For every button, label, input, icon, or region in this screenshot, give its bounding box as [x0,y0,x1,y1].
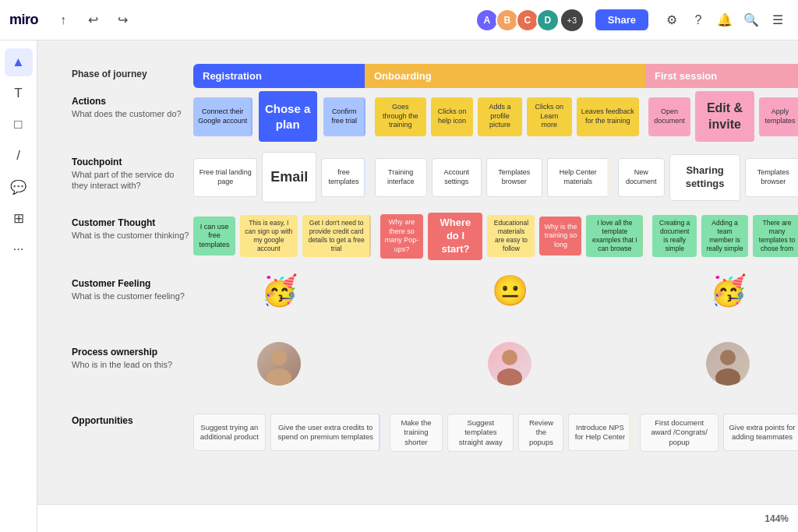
thought-simple-doc[interactable]: Creating a document is really simple [652,215,697,257]
opp-onb-2[interactable]: Suggest templates straight away [447,414,514,452]
journey-map: Phase of journey Registration Onboarding… [69,64,798,471]
action-adds-profile[interactable]: Adds a profile picture [478,97,522,136]
thought-where-start[interactable]: Where do I start? [428,213,482,260]
opp-fs-2[interactable]: Give extra points for adding teammates [723,414,798,451]
text-tool[interactable]: T [5,79,33,107]
opportunities-cells: Suggest trying an additional product Giv… [193,410,798,452]
thought-add-member[interactable]: Adding a team member is really simple [701,215,748,257]
phase-registration: Registration [193,64,365,88]
help-icon[interactable]: ? [687,9,709,31]
svg-point-2 [502,350,517,365]
thought-edu-materials[interactable]: Educational materials are easy to follow [487,215,535,257]
touch-sharing-settings[interactable]: Sharing settings [669,154,741,201]
phase-first-session: First session [645,64,798,88]
actions-label: Actions What does the customer do? [69,91,193,124]
topbar: miro ↑ ↩ ↪ A B C D +3 Share ⚙ ? 🔔 🔍 ☰ [0,0,798,41]
action-connect-google[interactable]: Connect their Google account [193,97,252,136]
touch-templates-browser[interactable]: Templates browser [486,158,542,197]
opp-onb-3[interactable]: Review the popups [518,414,563,452]
actions-row: Actions What does the customer do? Conne… [69,91,798,146]
opportunities-row: Opportunities Suggest trying an addition… [69,410,798,465]
action-apply-templates[interactable]: Apply templates [759,97,798,136]
undo-button[interactable]: ↩ [82,9,104,31]
pen-tool[interactable]: / [5,142,33,170]
thought-love-examples[interactable]: I love all the template examples that I … [586,215,643,257]
collaborators-group: A B C D +3 [478,9,583,32]
bottombar: >> 144% [0,504,798,532]
ownership-label: Process ownership Who is in the lead on … [69,342,193,375]
thought-cells: I can use free templates This is easy, I… [193,213,798,260]
avatar-4: D [536,9,560,32]
thought-long-training[interactable]: Why is the training so long [539,217,581,255]
touchpoint-cells: Free trial landing page Email free templ… [193,152,798,203]
opp-onb-4[interactable]: Introduce NPS for Help Center [568,414,630,451]
right-toolbar-icons: ⚙ ? 🔔 🔍 ☰ [661,9,789,31]
svg-point-5 [715,368,740,386]
ownership-fs-section [655,342,798,386]
action-chose-plan[interactable]: Chose a plan [259,91,317,142]
svg-point-4 [720,350,736,365]
ownership-row: Process ownership Who is in the lead on … [69,342,798,404]
thought-popups[interactable]: Why are there so many Pop-ups? [380,214,424,259]
opp-reg-1[interactable]: Suggest trying an additional product [193,414,266,451]
owner-avatar-reg [257,342,301,386]
svg-point-1 [267,368,291,386]
feeling-label: Customer Feeling What is the customer fe… [69,273,193,306]
action-leaves-feedback[interactable]: Leaves feedback for the training [577,97,639,136]
thought-no-credit-card[interactable]: Get I don't need to provide credit card … [302,215,371,257]
owner-avatar-fs [706,342,750,386]
touch-training-interface[interactable]: Training interface [375,158,427,197]
canvas[interactable]: Phase of journey Registration Onboarding… [37,41,798,532]
thought-easy-signup[interactable]: This is easy, I can sign up with my goog… [240,215,298,257]
touch-new-doc[interactable]: New document [618,158,665,197]
feeling-reg-section: 🥳 [193,273,365,308]
ownership-onb-section [369,342,650,386]
menu-icon[interactable]: ☰ [767,9,789,31]
action-open-doc[interactable]: Open document [648,97,690,136]
touch-templates[interactable]: free templates [321,158,365,197]
action-confirm-trial[interactable]: Confirm free trial [323,97,365,136]
thought-many-templates[interactable]: There are many templates to chose from [753,215,798,257]
opp-reg-2[interactable]: Give the user extra credits to spend on … [270,414,380,451]
feeling-row: Customer Feeling What is the customer fe… [69,273,798,336]
thought-label: Customer Thought What is the customer th… [69,213,193,245]
search-icon[interactable]: 🔍 [740,9,762,31]
opportunities-label: Opportunities [69,410,193,431]
touch-account-settings[interactable]: Account settings [432,158,482,197]
select-tool[interactable]: ▲ [5,48,33,76]
feeling-reg-emoji: 🥳 [256,273,302,308]
opp-fs-1[interactable]: First document award /Congrats/ popup [640,414,719,452]
svg-point-3 [497,368,522,386]
touch-templates-browser-2[interactable]: Templates browser [745,158,798,197]
frame-tool[interactable]: ⊞ [5,204,33,232]
touch-landing[interactable]: Free trial landing page [193,158,257,197]
ownership-cells [193,342,798,386]
comment-tool[interactable]: 💬 [5,173,33,201]
more-tools[interactable]: ··· [5,235,33,263]
feeling-cells: 🥳 😐 🥳 [193,273,798,308]
share-button[interactable]: Share [595,9,648,30]
notifications-icon[interactable]: 🔔 [714,9,736,31]
opp-onb-1[interactable]: Make the training shorter [390,414,443,452]
action-clicks-learn[interactable]: Clicks on Learn more [527,97,571,136]
upload-button[interactable]: ↑ [52,9,74,31]
touch-email[interactable]: Email [262,152,316,203]
sticky-note-tool[interactable]: □ [5,111,33,139]
phase-onboarding: Onboarding [365,64,645,88]
touch-help-center[interactable]: Help Center materials [547,158,609,197]
owner-avatar-onb [488,342,531,386]
redo-button[interactable]: ↪ [111,9,133,31]
action-goes-training[interactable]: Goes through the training [375,97,426,136]
app-logo: miro [9,12,38,28]
feeling-onb-emoji: 😐 [486,273,533,308]
thought-row: Customer Thought What is the customer th… [69,213,798,267]
phase-of-journey-label: Phase of journey [72,69,147,79]
action-clicks-help[interactable]: Clicks on help icon [431,97,473,136]
touchpoint-row: Touchpoint What part of the service do t… [69,152,798,206]
settings-icon[interactable]: ⚙ [661,9,683,31]
svg-point-0 [271,350,287,365]
thought-free-templates[interactable]: I can use free templates [193,217,235,255]
left-toolbar: ▲ T □ / 💬 ⊞ ··· [0,41,37,532]
feeling-fs-emoji: 🥳 [704,273,751,308]
action-edit-invite[interactable]: Edit & invite [695,91,754,142]
